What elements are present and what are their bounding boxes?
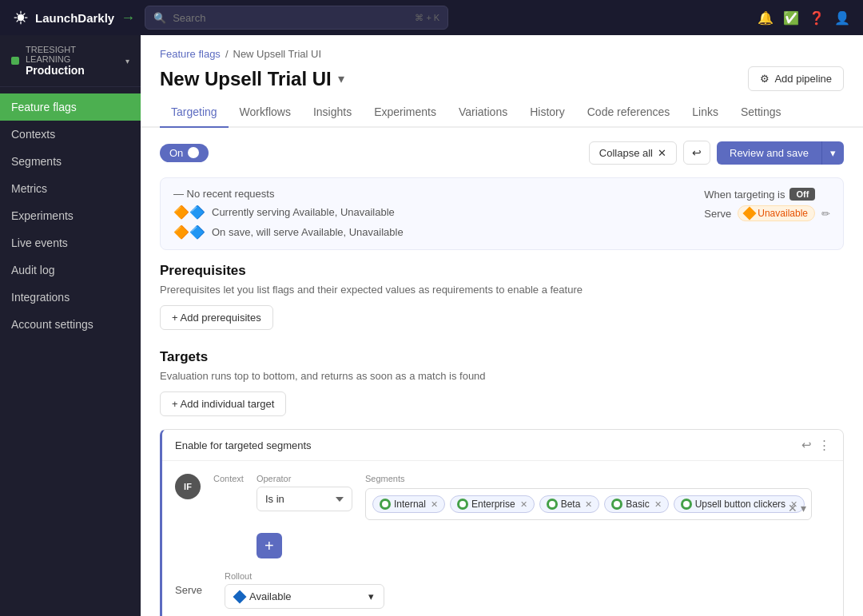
context-if-badge: IF <box>175 474 201 499</box>
prerequisites-desc: Prerequisites let you list flags and the… <box>160 284 844 296</box>
serving-diamonds-icon: 🔶🔷 <box>173 205 205 220</box>
segment-rule-title: Enable for targeted segments <box>175 439 795 451</box>
save-diamonds-icon: 🔶🔷 <box>173 225 205 240</box>
rule-condition-row: IF Context Operator Is in <box>175 474 830 558</box>
segment-tag-internal: Internal ✕ <box>372 495 445 513</box>
search-input[interactable] <box>173 12 408 24</box>
operator-field-group: Operator Is in <box>257 474 352 511</box>
segment-icon <box>681 499 692 510</box>
org-selector[interactable]: TREESIGHT LEARNING Production ▾ <box>0 35 141 87</box>
targeting-content: On Collapse all ✕ ↩ Review and save ▾ <box>141 128 863 616</box>
tab-settings[interactable]: Settings <box>730 97 793 128</box>
segment-tag-enterprise: Enterprise ✕ <box>450 495 535 513</box>
tab-links[interactable]: Links <box>681 97 730 128</box>
topbar: LaunchDarkly → 🔍 ⌘ + K 🔔 ✅ ❓ 👤 <box>0 0 863 35</box>
sidebar-item-label: Live events <box>11 236 68 249</box>
collapse-label: Collapse all <box>599 147 653 159</box>
remove-segment-beta[interactable]: ✕ <box>585 499 592 510</box>
segments-tags[interactable]: Internal ✕ Enterprise ✕ <box>365 488 812 520</box>
search-icon: 🔍 <box>153 12 166 24</box>
segment-icon <box>457 499 468 510</box>
on-save-serving-row: 🔶🔷 On save, will serve Available, Unavai… <box>173 225 404 240</box>
search-kbd: ⌘ + K <box>415 13 439 23</box>
sidebar-item-integrations[interactable]: Integrations <box>0 284 141 311</box>
tab-workflows[interactable]: Workflows <box>229 97 302 128</box>
undo-icon: ↩ <box>692 146 702 159</box>
tab-variations[interactable]: Variations <box>447 97 519 128</box>
segment-icon <box>547 499 558 510</box>
user-icon[interactable]: 👤 <box>834 10 850 26</box>
undo-rule-icon[interactable]: ↩ <box>801 438 812 452</box>
sidebar-item-label: Metrics <box>11 182 47 195</box>
sidebar-item-contexts[interactable]: Contexts <box>0 121 141 148</box>
search-bar[interactable]: 🔍 ⌘ + K <box>145 6 448 30</box>
tab-targeting[interactable]: Targeting <box>160 97 229 128</box>
add-individual-target-button[interactable]: + Add individual target <box>160 391 286 416</box>
remove-segment-basic[interactable]: ✕ <box>654 499 662 510</box>
sidebar-nav: Feature flags Contexts Segments Metrics … <box>0 87 141 344</box>
rule-fields: Operator Is in Segments <box>257 474 830 558</box>
prerequisites-title: Prerequisites <box>160 263 844 279</box>
tab-history[interactable]: History <box>519 97 576 128</box>
sidebar-item-metrics[interactable]: Metrics <box>0 175 141 202</box>
add-prerequisites-button[interactable]: + Add prerequisites <box>160 305 273 330</box>
sidebar-item-label: Account settings <box>11 318 93 331</box>
operator-select[interactable]: Is in <box>257 487 352 511</box>
breadcrumb: Feature flags / New Upsell Trial UI <box>141 35 863 63</box>
segment-tag-label: Basic <box>626 499 649 510</box>
help-icon[interactable]: ❓ <box>809 10 825 26</box>
breadcrumb-parent[interactable]: Feature flags <box>160 48 221 60</box>
no-requests-row: — No recent requests <box>173 188 404 200</box>
page-header: New Upsell Trial UI ▾ ⚙ Add pipeline <box>141 63 863 91</box>
sidebar-item-live-events[interactable]: Live events <box>0 229 141 256</box>
toggle-label: On <box>169 147 183 159</box>
bell-icon[interactable]: 🔔 <box>758 10 774 26</box>
sidebar-item-feature-flags[interactable]: Feature flags <box>0 93 141 121</box>
main-content: Feature flags / New Upsell Trial UI New … <box>141 35 863 616</box>
context-field-label: Context <box>213 474 244 483</box>
review-save-button[interactable]: Review and save <box>717 141 821 165</box>
sidebar-item-audit-log[interactable]: Audit log <box>0 256 141 284</box>
prerequisites-section: Prerequisites Prerequisites let you list… <box>160 263 844 330</box>
add-segment-button[interactable]: + <box>257 533 282 558</box>
tabs: Targeting Workflows Insights Experiments… <box>141 97 863 128</box>
env-indicator <box>11 57 19 65</box>
sidebar-item-segments[interactable]: Segments <box>0 148 141 175</box>
chevron-down-icon: ▾ <box>368 590 374 602</box>
segment-tag-label: Internal <box>394 499 426 510</box>
chevron-down-icon: ▾ <box>125 57 129 66</box>
logo[interactable]: LaunchDarkly → <box>13 10 135 26</box>
sidebar-item-account-settings[interactable]: Account settings <box>0 311 141 338</box>
targeting-status: When targeting is Off <box>704 188 830 201</box>
remove-segment-internal[interactable]: ✕ <box>431 499 438 510</box>
sidebar-item-label: Experiments <box>11 209 74 222</box>
segment-tag-basic: Basic ✕ <box>604 495 668 513</box>
status-actions: Collapse all ✕ ↩ Review and save ▾ <box>589 141 844 165</box>
segment-icon <box>611 499 622 510</box>
page-title-chevron-icon[interactable]: ▾ <box>338 71 344 86</box>
undo-button[interactable]: ↩ <box>683 141 710 165</box>
sidebar-item-label: Feature flags <box>11 101 77 113</box>
sidebar-item-label: Audit log <box>11 264 54 276</box>
review-save-dropdown-button[interactable]: ▾ <box>821 141 844 165</box>
currently-serving-row: 🔶🔷 Currently serving Available, Unavaila… <box>173 205 404 220</box>
edit-icon[interactable]: ✏ <box>821 208 830 220</box>
add-pipeline-button[interactable]: ⚙ Add pipeline <box>748 66 844 91</box>
tab-experiments[interactable]: Experiments <box>363 97 447 128</box>
more-options-icon[interactable]: ⋮ <box>818 438 830 452</box>
serve-value-selector[interactable]: Available ▾ <box>225 584 384 609</box>
segments-field-group: Segments Internal ✕ <box>365 474 812 520</box>
tab-insights[interactable]: Insights <box>302 97 363 128</box>
logo-text: LaunchDarkly <box>35 11 114 25</box>
tab-code-references[interactable]: Code references <box>576 97 682 128</box>
tags-collapse-button[interactable]: ✕ <box>788 502 797 515</box>
collapse-all-button[interactable]: Collapse all ✕ <box>589 141 677 165</box>
tags-expand-button[interactable]: ▾ <box>801 502 806 515</box>
status-bar: On Collapse all ✕ ↩ Review and save ▾ <box>160 141 844 165</box>
sidebar-item-experiments[interactable]: Experiments <box>0 202 141 229</box>
remove-segment-enterprise[interactable]: ✕ <box>520 499 527 510</box>
rollout-label: Rollout <box>225 571 384 581</box>
segment-tag-label: Beta <box>561 499 581 510</box>
toggle-on-button[interactable]: On <box>160 144 209 162</box>
check-circle-icon[interactable]: ✅ <box>783 10 799 26</box>
